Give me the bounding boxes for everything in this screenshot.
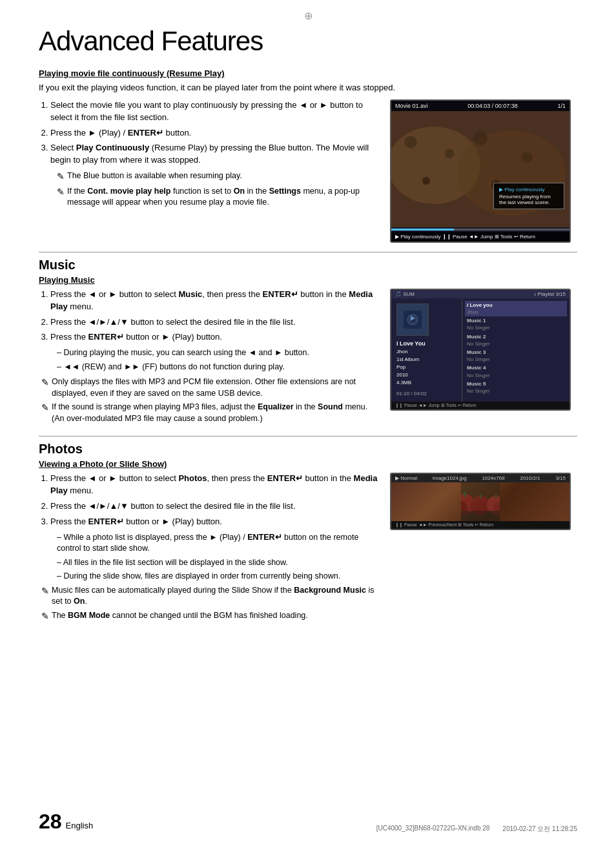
photos-note-2-text: The BGM Mode cannot be changed until the… [52,610,378,622]
note-icon-p1: ✎ [41,585,49,598]
music-top-left: 🎵 SUM [395,291,415,297]
photos-section: Photos Viewing a Photo (or Slide Show) P… [39,436,577,625]
movie-screen-mockup: Movie 01.avi 00:04:03 / 00:07:38 1/1 [390,99,571,243]
music-year: 2010 [396,371,457,379]
playlist-item-3-sub: No Singer [467,340,565,347]
page-title: Advanced Features [39,26,577,57]
photos-content: Press the ◄ or ► button to select Photos… [39,473,577,625]
movie-resume-popup: ▶ Play continuously Resumes playing from… [493,183,564,209]
music-size: 4.3MB [396,379,457,387]
playlist-item-5: Music 4 No Singer [465,364,567,379]
playlist-item-4: Music 3 No Singer [465,348,567,364]
music-screen-col: 🎵 SUM ♪ Playlist 3/15 [390,289,577,411]
music-text: Press the ◄ or ► button to select Music,… [39,289,378,427]
music-album: 1st Album [396,356,457,364]
photos-screen-col: ▶ Normal Image1024.jpg 1024x768 2010/2/1… [390,473,577,530]
center-mark: ⊕ [304,10,313,22]
photo-mode: ▶ Normal [395,475,417,481]
movie-screen-image: ▶ Play continuously Resumes playing from… [391,111,570,227]
photos-step-2: Press the ◄/►/▲/▼ button to select the d… [50,500,378,513]
music-step-2: Press the ◄/►/▲/▼ button to select the d… [50,316,378,329]
photos-sub-2: All files in the file list section will … [57,557,378,569]
svg-point-18 [464,492,466,497]
music-genre: Pop [396,364,457,371]
playlist-item-3: Music 2 No Singer [465,333,567,348]
music-note-2-text: If the sound is strange when playing MP3… [52,402,378,424]
playlist-item-2-title: Music 1 [467,317,565,324]
music-step-1: Press the ◄ or ► button to select Music,… [50,289,378,313]
playlist-item-6-title: Music 5 [467,380,565,387]
movie-step-3: Select Play Continuously (Resume Play) b… [50,142,378,167]
page-language: English [66,821,94,830]
movie-screen-filename: Movie 01.avi [395,103,428,109]
playlist-item-3-title: Music 2 [467,333,565,340]
playlist-item-4-title: Music 3 [467,349,565,356]
music-heading: Music [39,258,577,272]
playlist-item-5-sub: No Singer [467,372,565,379]
photos-steps: Press the ◄ or ► button to select Photos… [50,473,378,528]
movie-progress-fill [391,229,454,231]
music-notes: ✎ Only displays the files with MP3 and P… [39,376,378,424]
photos-screen-mockup: ▶ Normal Image1024.jpg 1024x768 2010/2/1… [390,473,571,530]
popup-text: Resumes playing from the last viewed sce… [499,194,559,205]
svg-point-4 [445,149,454,158]
photo-counter: 3/15 [555,475,566,481]
movie-content: Select the movie file you want to play c… [39,99,577,243]
popup-title: ▶ Play continuously [499,187,559,192]
note-icon: ✎ [57,170,65,183]
footer-right-text: 2010-02-27 오전 11:28:25 [502,825,577,834]
playlist-item-1: I Love you Jhon [465,301,567,316]
photos-sub-1: While a photo list is displayed, press t… [57,532,378,555]
photos-top-bar: ▶ Normal Image1024.jpg 1024x768 2010/2/1… [391,474,570,482]
photos-sub-3: During the slide show, files are display… [57,571,378,582]
playing-music-subheading: Playing Music [39,275,577,285]
photos-heading: Photos [39,442,577,457]
svg-point-3 [404,136,416,148]
photo-resolution: 1024x768 [482,475,505,481]
photos-subheading: Viewing a Photo (or Slide Show) [39,459,577,469]
svg-rect-21 [461,511,500,521]
page-number-section: 28 English [39,810,93,834]
music-note-2: ✎ If the sound is strange when playing M… [41,402,378,424]
movie-screen-counter: 1/1 [557,103,566,109]
music-sub-2: ◄◄ (REW) and ►► (FF) buttons do not func… [57,362,378,373]
movie-note-2: ✎ If the Cont. movie play help function … [57,186,378,209]
music-note-1: ✎ Only displays the files with MP3 and P… [41,376,378,399]
movie-intro: If you exit the playing videos function,… [39,82,577,94]
page-number: 28 [39,810,62,834]
playlist-item-2-sub: No Singer [467,324,565,331]
svg-point-7 [422,177,430,185]
photos-divider [39,436,577,437]
music-top-bar: 🎵 SUM ♪ Playlist 3/15 [391,290,570,298]
movie-subheading: Playing movie file continuously (Resume … [39,68,577,78]
music-song-title: I Love You [396,340,457,349]
movie-note-1: ✎ The Blue button is available when resu… [57,170,378,183]
playlist-item-2: Music 1 No Singer [465,316,567,332]
svg-point-19 [479,494,481,498]
movie-note-2-text: If the Cont. movie play help function is… [67,186,378,209]
music-left-panel: I Love You Jhon 1st Album Pop 2010 4.3MB… [391,298,462,402]
movie-step-1: Select the movie file you want to play c… [50,99,378,124]
photo-date: 2010/2/1 [520,475,540,481]
music-sub-1: During playing the music, you can search… [57,347,378,359]
movie-steps: Select the movie file you want to play c… [50,99,378,167]
music-time: 01:10 / 04:02 [396,391,457,396]
music-top-right: ♪ Playlist 3/15 [534,291,566,297]
footer-left-text: [UC4000_32]BN68-02722G-XN.indb 28 [376,825,490,834]
movie-note-1-text: The Blue button is available when resumi… [67,170,378,182]
playlist-item-4-sub: No Singer [467,356,565,363]
svg-point-20 [495,494,497,498]
movie-screen-time: 00:04:03 / 00:07:38 [467,103,518,109]
music-artist: Jhon [396,348,457,356]
footer-info: [UC4000_32]BN68-02722G-XN.indb 28 2010-0… [376,825,577,834]
photos-note-2: ✎ The BGM Mode cannot be changed until t… [41,610,378,623]
svg-point-5 [473,131,488,145]
note-icon-2: ✎ [57,186,65,199]
photos-text: Press the ◄ or ► button to select Photos… [39,473,378,625]
movie-screen-bottom-bar: ▶ Play continuously ❙❙ Pause ◄► Jump ⊞ T… [391,232,570,242]
music-note-1-text: Only displays the files with MP3 and PCM… [52,376,378,399]
movie-screen-top-bar: Movie 01.avi 00:04:03 / 00:07:38 1/1 [391,101,570,111]
note-icon-m1: ✎ [41,376,49,389]
playlist-item-6-sub: No Singer [467,387,565,395]
photos-step-3: Press the ENTER↵ button or ► (Play) butt… [50,516,378,528]
